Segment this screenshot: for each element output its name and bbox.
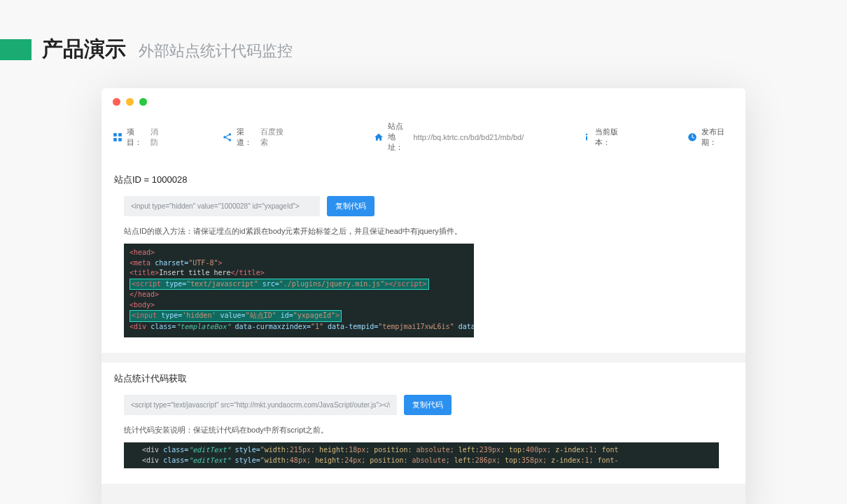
- panel-site-id: 站点ID = 1000028 复制代码 站点ID的嵌入方法：请保证埋点的id紧跟…: [102, 164, 746, 353]
- maximize-dot-icon: [139, 98, 147, 106]
- siteurl-label: 站点地址：: [388, 121, 409, 153]
- channel-value: 百度搜索: [260, 127, 287, 148]
- info-icon: [582, 132, 591, 142]
- traffic-lights: [102, 88, 746, 114]
- svg-point-7: [586, 133, 588, 135]
- info-version: 当前版本：: [582, 127, 628, 148]
- share-icon: [223, 132, 232, 142]
- panel-stat-code-title: 站点统计代码获取: [114, 372, 733, 385]
- content-area: 站点ID = 1000028 复制代码 站点ID的嵌入方法：请保证埋点的id紧跟…: [102, 164, 746, 504]
- svg-rect-1: [118, 133, 122, 136]
- code-block-1: <head> <meta charset="UTF-8"> <title>Ins…: [124, 244, 474, 337]
- page-title: 产品演示: [42, 35, 126, 64]
- info-siteurl: 站点地址： http://bq.ktrtc.cn/bd/bd21/mb/bd/: [374, 121, 524, 153]
- browser-frame: 项目： 消防 渠道： 百度搜索 站点地址： http://bq.ktrtc.cn…: [102, 88, 746, 504]
- project-value: 消防: [150, 127, 164, 148]
- info-project: 项目： 消防: [113, 127, 164, 148]
- svg-rect-8: [586, 136, 587, 140]
- home-icon: [374, 132, 384, 142]
- input-row-1: 复制代码: [124, 196, 733, 216]
- page-subtitle: 外部站点统计代码监控: [139, 41, 293, 62]
- code-block-2: <div class="editText" style="width:215px…: [124, 442, 719, 468]
- siteurl-value: http://bq.ktrtc.cn/bd/bd21/mb/bd/: [413, 133, 524, 141]
- date-label: 发布日期：: [701, 127, 734, 148]
- svg-rect-2: [113, 138, 117, 141]
- instruction-1: 站点ID的嵌入方法：请保证埋点的id紧跟在body元素开始标签之后，并且保证he…: [124, 226, 733, 237]
- clock-icon: [687, 132, 697, 142]
- stat-code-input[interactable]: [124, 395, 397, 415]
- info-date: 发布日期：: [687, 127, 734, 148]
- version-label: 当前版本：: [595, 127, 628, 148]
- copy-button-2[interactable]: 复制代码: [404, 395, 451, 415]
- copy-button-1[interactable]: 复制代码: [327, 196, 374, 216]
- info-channel: 渠道： 百度搜索: [223, 127, 287, 148]
- panel-site-id-title: 站点ID = 1000028: [114, 174, 733, 186]
- channel-label: 渠道：: [237, 127, 256, 148]
- svg-rect-3: [118, 138, 122, 141]
- accent-bar: [0, 39, 31, 60]
- site-id-code-input[interactable]: [124, 196, 320, 216]
- project-label: 项目：: [127, 127, 146, 148]
- input-row-2: 复制代码: [124, 395, 733, 415]
- grid-icon: [113, 132, 122, 142]
- minimize-dot-icon: [126, 98, 134, 106]
- info-bar: 项目： 消防 渠道： 百度搜索 站点地址： http://bq.ktrtc.cn…: [102, 114, 746, 164]
- close-dot-icon: [113, 98, 120, 106]
- svg-rect-0: [113, 133, 117, 136]
- page-header: 产品演示 外部站点统计代码监控: [0, 0, 847, 78]
- instruction-2: 统计代码安装说明：保证统计代码在body中所有script之前。: [124, 425, 733, 435]
- panel-stat-code: 站点统计代码获取 复制代码 统计代码安装说明：保证统计代码在body中所有scr…: [102, 363, 746, 484]
